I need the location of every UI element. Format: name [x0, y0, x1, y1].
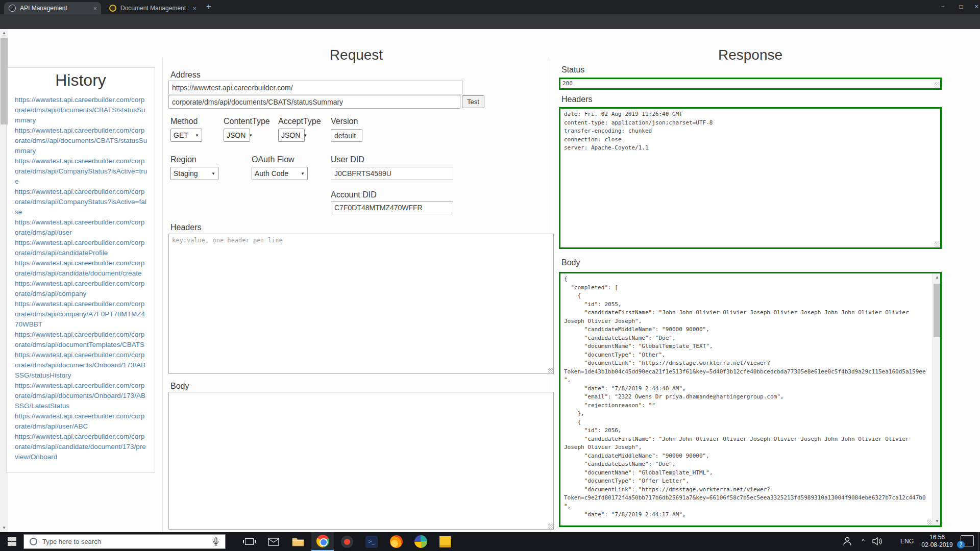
scroll-down-icon[interactable]: ▼ — [933, 517, 941, 525]
response-body-box[interactable]: { "completed": [ { "id": 2055, "candidat… — [559, 272, 942, 527]
request-body-textarea[interactable] — [168, 392, 554, 530]
scroll-down-icon[interactable]: ▼ — [0, 524, 8, 532]
api-management-favicon-icon — [9, 5, 16, 12]
oauth-flow-value: Auth Code — [255, 169, 288, 178]
speaker-icon[interactable] — [872, 537, 882, 546]
user-did-input[interactable] — [331, 167, 453, 180]
window-close-icon[interactable]: × — [969, 0, 980, 13]
request-headers-textarea[interactable] — [168, 234, 554, 374]
hidden-icons-chevron-icon[interactable]: ^ — [862, 537, 865, 545]
scroll-up-icon[interactable]: ▲ — [0, 29, 8, 37]
history-link[interactable]: https://wwwtest.api.careerbuilder.com/co… — [15, 95, 148, 126]
resize-handle[interactable] — [548, 368, 553, 373]
window-minimize-icon[interactable]: − — [935, 0, 950, 13]
response-body-scrollbar[interactable]: ▲ ▼ — [933, 273, 940, 525]
task-view-icon[interactable] — [238, 532, 260, 551]
region-value: Staging — [174, 169, 198, 178]
show-desktop-button[interactable] — [978, 532, 979, 551]
chrome-app-icon[interactable] — [311, 532, 334, 551]
microphone-icon[interactable] — [213, 537, 219, 546]
history-link[interactable]: https://wwwtest.api.careerbuilder.com/co… — [15, 279, 148, 299]
accept-type-value: JSON — [281, 131, 300, 139]
response-body-value: { "completed": [ { "id": 2055, "candidat… — [560, 273, 931, 521]
window-maximize-icon[interactable]: □ — [953, 0, 969, 13]
history-link[interactable]: https://wwwtest.api.careerbuilder.com/co… — [15, 330, 148, 350]
tab-document-management-service[interactable]: Document Management Service × — [105, 2, 201, 14]
browser-toolbar: ← → ↻ https://apimanagement.cbplatform.l… — [0, 14, 980, 29]
chevron-down-icon: ▼ — [211, 171, 215, 176]
history-link[interactable]: https://wwwtest.api.careerbuilder.com/co… — [15, 126, 148, 156]
request-title: Request — [163, 47, 550, 63]
response-status-box[interactable]: 200 — [559, 78, 942, 90]
user-did-label: User DID — [331, 155, 364, 164]
accept-type-select[interactable]: JSON ▼ — [278, 129, 305, 142]
scrollbar-thumb[interactable] — [934, 284, 940, 337]
method-value: GET — [174, 131, 188, 139]
windows-logo-icon — [8, 537, 16, 546]
history-link[interactable]: https://wwwtest.api.careerbuilder.com/co… — [15, 299, 148, 330]
close-icon[interactable]: × — [192, 5, 197, 12]
history-link[interactable]: https://wwwtest.api.careerbuilder.com/co… — [15, 411, 148, 432]
history-link[interactable]: https://wwwtest.api.careerbuilder.com/co… — [15, 258, 148, 279]
scroll-up-icon[interactable]: ▲ — [933, 273, 941, 282]
oauth-flow-select[interactable]: Auth Code ▼ — [252, 167, 308, 180]
history-link[interactable]: https://wwwtest.api.careerbuilder.com/co… — [15, 350, 148, 381]
firefox-app-icon[interactable] — [385, 532, 407, 551]
taskbar-clock[interactable]: 16:56 02-08-2019 — [918, 534, 957, 549]
people-tray-icon[interactable] — [842, 536, 852, 546]
response-status-label: Status — [561, 65, 584, 74]
resize-handle[interactable] — [935, 83, 940, 88]
cortana-icon — [30, 538, 37, 545]
red-circle-app-icon[interactable] — [336, 532, 358, 551]
address-label: Address — [170, 70, 201, 80]
response-body-label: Body — [561, 258, 580, 267]
account-did-input[interactable] — [331, 201, 453, 214]
file-explorer-icon[interactable] — [287, 532, 309, 551]
method-label: Method — [170, 117, 198, 126]
history-link[interactable]: https://wwwtest.api.careerbuilder.com/co… — [15, 217, 148, 238]
column-divider — [162, 58, 163, 551]
page-content: History https://wwwtest.api.careerbuilde… — [0, 29, 980, 532]
history-link[interactable]: https://wwwtest.api.careerbuilder.com/co… — [15, 187, 148, 217]
content-type-select[interactable]: JSON ▼ — [224, 129, 250, 142]
response-headers-label: Headers — [561, 95, 592, 104]
history-list: https://wwwtest.api.careerbuilder.com/co… — [7, 90, 155, 462]
new-tab-icon[interactable]: + — [206, 2, 211, 12]
content-type-label: ContentType — [224, 117, 270, 126]
region-select[interactable]: Staging ▼ — [170, 167, 218, 180]
history-title: History — [7, 71, 155, 90]
multicolor-app-icon[interactable] — [409, 532, 432, 551]
mail-app-icon[interactable] — [262, 532, 285, 551]
action-center-icon[interactable]: 2 — [961, 535, 974, 546]
dms-favicon-icon — [109, 5, 116, 12]
tab-api-management[interactable]: API Management × — [4, 2, 101, 14]
browser-tab-bar: API Management × Document Management Ser… — [0, 0, 980, 14]
taskbar-search[interactable]: Type here to search — [23, 534, 226, 549]
chevron-down-icon: ▼ — [303, 133, 307, 138]
resize-handle[interactable] — [927, 520, 932, 525]
tab-title: Document Management Service — [120, 5, 188, 12]
version-input[interactable] — [331, 129, 362, 142]
method-select[interactable]: GET ▼ — [170, 129, 202, 142]
region-label: Region — [170, 155, 197, 164]
address-path-input[interactable] — [168, 95, 460, 109]
response-headers-value: date: Fri, 02 Aug 2019 11:26:40 GMT cont… — [560, 109, 940, 154]
terminal-app-icon[interactable]: >_ — [360, 532, 383, 551]
response-status-value: 200 — [560, 79, 940, 88]
sticky-notes-app-icon[interactable] — [434, 532, 456, 551]
close-icon[interactable]: × — [93, 5, 97, 12]
test-button[interactable]: Test — [462, 95, 484, 108]
history-panel: History https://wwwtest.api.careerbuilde… — [6, 67, 155, 473]
resize-handle[interactable] — [548, 523, 553, 529]
language-indicator[interactable]: ENG — [900, 538, 914, 545]
resize-handle[interactable] — [935, 242, 940, 247]
content-type-value: JSON — [227, 131, 246, 139]
history-link[interactable]: https://wwwtest.api.careerbuilder.com/co… — [15, 432, 148, 462]
history-link[interactable]: https://wwwtest.api.careerbuilder.com/co… — [15, 156, 148, 187]
start-button[interactable] — [0, 532, 23, 551]
response-headers-box[interactable]: date: Fri, 02 Aug 2019 11:26:40 GMT cont… — [559, 107, 942, 249]
scrollbar-thumb[interactable] — [1, 38, 8, 124]
history-link[interactable]: https://wwwtest.api.careerbuilder.com/co… — [15, 381, 148, 411]
address-base-input[interactable] — [168, 81, 462, 94]
history-link[interactable]: https://wwwtest.api.careerbuilder.com/co… — [15, 238, 148, 258]
